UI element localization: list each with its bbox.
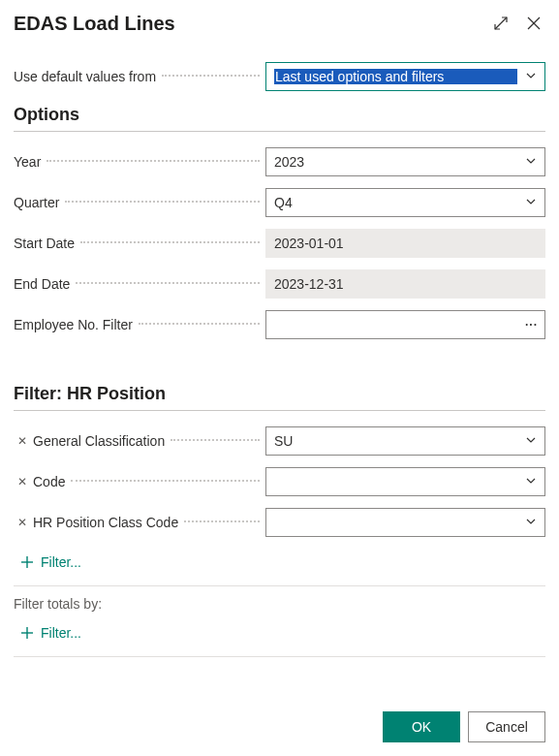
divider [14, 131, 545, 132]
pos-class-label: HR Position Class Code [33, 515, 178, 530]
ok-button[interactable]: OK [383, 711, 460, 742]
gen-class-label: General Classification [33, 433, 165, 449]
gen-class-select[interactable]: SU [265, 426, 545, 456]
end-date-row: End Date 2023-12-31 [14, 269, 545, 299]
defaults-select[interactable]: Last used options and filters [265, 62, 545, 91]
close-icon[interactable] [522, 12, 545, 35]
employee-filter-row: Employee No. Filter ··· [14, 310, 545, 339]
start-date-value: 2023-01-01 [274, 236, 344, 251]
employee-filter-input[interactable] [265, 310, 545, 339]
cancel-button[interactable]: Cancel [468, 711, 545, 742]
employee-filter-label: Employee No. Filter [14, 317, 133, 332]
chevron-down-icon [525, 195, 537, 210]
header-actions [489, 12, 545, 35]
filter-totals-label: Filter totals by: [14, 596, 545, 612]
chevron-down-icon [525, 515, 537, 530]
lookup-button[interactable]: ··· [521, 318, 542, 331]
year-row: Year 2023 [14, 147, 545, 176]
quarter-value: Q4 [274, 195, 517, 210]
pos-class-select[interactable] [265, 508, 545, 537]
divider [14, 585, 545, 586]
remove-filter-icon[interactable]: ✕ [17, 434, 27, 448]
options-heading: Options [14, 105, 545, 125]
dialog-footer: OK Cancel [14, 711, 545, 742]
end-date-field: 2023-12-31 [265, 269, 545, 299]
end-date-label: End Date [14, 276, 70, 292]
code-label: Code [33, 474, 65, 489]
quarter-row: Quarter Q4 [14, 188, 545, 217]
start-date-label: Start Date [14, 236, 75, 251]
plus-icon [19, 554, 35, 570]
defaults-field: Last used options and filters [265, 62, 545, 91]
plus-icon [19, 625, 35, 641]
expand-icon[interactable] [489, 12, 512, 35]
quarter-select[interactable]: Q4 [265, 188, 545, 217]
chevron-down-icon [525, 474, 537, 489]
year-select[interactable]: 2023 [265, 147, 545, 176]
chevron-down-icon [525, 154, 537, 170]
gen-class-row: ✕ General Classification SU [14, 426, 545, 456]
chevron-down-icon [525, 433, 537, 449]
add-totals-filter-button[interactable]: Filter... [14, 619, 545, 645]
defaults-label: Use default values from [14, 69, 156, 84]
pos-class-row: ✕ HR Position Class Code [14, 508, 545, 537]
year-label: Year [14, 154, 41, 170]
code-row: ✕ Code [14, 467, 545, 496]
add-filter-button[interactable]: Filter... [14, 549, 545, 574]
chevron-down-icon [525, 69, 537, 84]
remove-filter-icon[interactable]: ✕ [17, 516, 27, 529]
start-date-row: Start Date 2023-01-01 [14, 229, 545, 258]
filter-heading: Filter: HR Position [14, 384, 545, 404]
code-select[interactable] [265, 467, 545, 496]
leader-dots [162, 75, 260, 77]
divider [14, 656, 545, 657]
gen-class-value: SU [274, 433, 517, 449]
dialog-header: EDAS Load Lines [14, 12, 545, 35]
divider [14, 410, 545, 411]
add-filter-label: Filter... [41, 625, 81, 641]
start-date-field: 2023-01-01 [265, 229, 545, 258]
defaults-select-value: Last used options and filters [274, 69, 517, 84]
dialog-title: EDAS Load Lines [14, 13, 175, 35]
year-value: 2023 [274, 154, 517, 170]
remove-filter-icon[interactable]: ✕ [17, 475, 27, 488]
defaults-label-col: Use default values from [14, 69, 265, 84]
end-date-value: 2023-12-31 [274, 276, 344, 292]
add-filter-label: Filter... [41, 554, 81, 570]
defaults-row: Use default values from Last used option… [14, 62, 545, 91]
quarter-label: Quarter [14, 195, 59, 210]
